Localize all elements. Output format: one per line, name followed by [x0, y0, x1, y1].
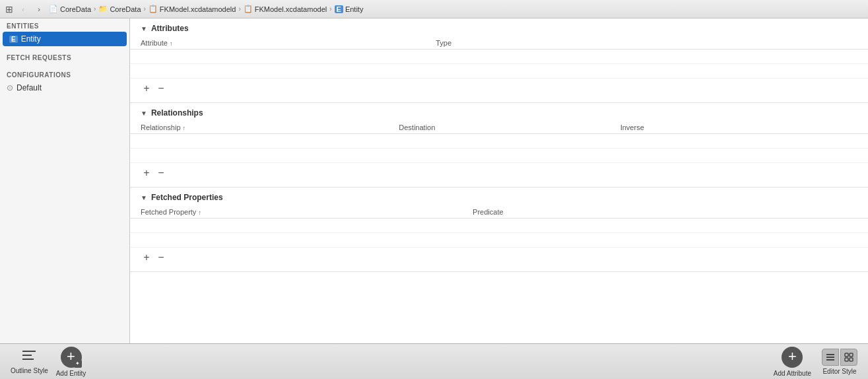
breadcrumb-sep-3: › [238, 5, 240, 13]
breadcrumb-item-xcdatamodel[interactable]: 📋 FKModel.xcdatamodel [244, 5, 327, 13]
breadcrumb-item-xcdatamodeld[interactable]: 📋 FKModel.xcdatamodeld [149, 5, 236, 13]
entities-section-label: ENTITIES [0, 18, 129, 32]
table-row [130, 134, 868, 149]
svg-rect-5 [826, 359, 834, 361]
relationships-toggle[interactable]: ▼ [141, 110, 147, 117]
attr-sort-icon: ↑ [170, 40, 173, 47]
fetched-properties-section: ▼ Fetched Properties Fetched Property ↑ … [130, 188, 868, 272]
breadcrumb-item-coredata-swift[interactable]: 📄 CoreData [49, 5, 91, 13]
default-icon: ⊙ [7, 83, 13, 92]
editor-style-button[interactable]: Editor Style [822, 349, 857, 375]
outline-style-button[interactable]: Outline Style [11, 349, 48, 374]
add-attribute-btn[interactable]: + [141, 83, 152, 94]
fetched-properties-toggle[interactable]: ▼ [141, 194, 147, 201]
svg-rect-9 [850, 358, 853, 361]
fetch-requests-section-label: FETCH REQUESTS [0, 50, 129, 63]
rel-col-destination[interactable]: Destination [388, 121, 609, 134]
relationships-actions: + − [130, 163, 868, 182]
table-row [130, 64, 868, 79]
add-attribute-circle-icon: + [782, 347, 803, 368]
svg-rect-2 [22, 359, 34, 360]
fetched-properties-header: ▼ Fetched Properties [130, 188, 868, 206]
attr-col-attribute[interactable]: Attribute ↑ [130, 37, 425, 50]
configurations-section-label: CONFIGURATIONS [0, 67, 129, 81]
content-area: ▼ Attributes Attribute ↑ Type [130, 18, 868, 343]
nav-forward-button[interactable]: › [33, 3, 45, 15]
svg-rect-8 [845, 358, 848, 361]
svg-rect-4 [826, 357, 834, 358]
fetched-properties-title: Fetched Properties [151, 193, 223, 202]
relationships-title: Relationships [151, 108, 203, 118]
fetched-properties-table: Fetched Property ↑ Predicate [130, 206, 868, 248]
breadcrumb-sep-4: › [329, 5, 331, 13]
table-row [130, 233, 868, 248]
default-label: Default [17, 83, 42, 92]
entity-label: Entity [21, 34, 41, 44]
attributes-toggle[interactable]: ▼ [141, 25, 147, 32]
relationships-header: ▼ Relationships [130, 103, 868, 121]
sidebar: ENTITIES E Entity FETCH REQUESTS CONFIGU… [0, 18, 130, 343]
table-row [130, 50, 868, 64]
relationships-section: ▼ Relationships Relationship ↑ Destinati… [130, 103, 868, 188]
table-row [130, 219, 868, 233]
add-entity-circle-icon: + ✦ [61, 347, 82, 368]
sidebar-item-entity[interactable]: E Entity [3, 32, 127, 46]
attr-col-type[interactable]: Type [425, 37, 868, 50]
svg-rect-7 [850, 353, 853, 357]
attributes-header: ▼ Attributes [130, 18, 868, 37]
relationships-table: Relationship ↑ Destination Inverse [130, 121, 868, 163]
nav-back-button[interactable]: ‹ [17, 3, 29, 15]
rel-sort-icon: ↑ [183, 125, 186, 131]
outline-style-label: Outline Style [11, 367, 48, 374]
breadcrumb-item-entity[interactable]: E Entity [335, 5, 364, 13]
toolbar-right: + Add Attribute [774, 347, 857, 377]
svg-rect-6 [845, 353, 848, 357]
editor-style-label: Editor Style [822, 368, 856, 375]
breadcrumb: 📄 CoreData › 📁 CoreData › 📋 FKModel.xcda… [49, 5, 363, 13]
bottom-toolbar: Outline Style + ✦ Add Entity + Add Attri… [0, 343, 868, 379]
remove-relationship-btn[interactable]: − [155, 167, 167, 179]
main-layout: ENTITIES E Entity FETCH REQUESTS CONFIGU… [0, 18, 868, 343]
editor-style-list-icon [822, 349, 839, 366]
fp-sort-icon: ↑ [198, 209, 201, 216]
svg-rect-0 [22, 351, 36, 352]
table-row [130, 149, 868, 163]
attributes-section: ▼ Attributes Attribute ↑ Type [130, 18, 868, 103]
breadcrumb-item-coredata-folder[interactable]: 📁 CoreData [98, 5, 141, 13]
entity-icon: E [9, 36, 18, 43]
top-bar: ⊞ ‹ › 📄 CoreData › 📁 CoreData › 📋 FKMode… [0, 0, 868, 18]
svg-rect-3 [826, 354, 834, 355]
add-attribute-toolbar-button[interactable]: + Add Attribute [774, 347, 811, 377]
add-fetched-property-btn[interactable]: + [141, 252, 152, 263]
remove-attribute-btn[interactable]: − [155, 83, 167, 94]
editor-style-icon-group [822, 349, 857, 366]
outline-style-icon [21, 349, 37, 365]
fp-col-property[interactable]: Fetched Property ↑ [130, 206, 462, 219]
editor-style-graph-icon [840, 349, 857, 366]
sidebar-item-default[interactable]: ⊙ Default [0, 81, 129, 95]
attributes-table: Attribute ↑ Type [130, 37, 868, 79]
add-entity-button[interactable]: + ✦ Add Entity [56, 347, 86, 377]
add-relationship-btn[interactable]: + [141, 167, 152, 179]
remove-fetched-property-btn[interactable]: − [155, 252, 167, 263]
fetched-properties-actions: + − [130, 248, 868, 266]
rel-col-relationship[interactable]: Relationship ↑ [130, 121, 388, 134]
breadcrumb-sep-2: › [144, 5, 146, 13]
attributes-actions: + − [130, 79, 868, 97]
add-attribute-label: Add Attribute [774, 370, 811, 377]
svg-rect-1 [22, 355, 32, 356]
grid-icon-button[interactable]: ⊞ [5, 4, 13, 15]
breadcrumb-sep-1: › [94, 5, 96, 13]
add-entity-label: Add Entity [56, 370, 86, 377]
attributes-title: Attributes [151, 24, 189, 33]
fp-col-predicate[interactable]: Predicate [462, 206, 868, 219]
rel-col-inverse[interactable]: Inverse [610, 121, 868, 134]
toolbar-left: Outline Style + ✦ Add Entity [11, 347, 86, 377]
